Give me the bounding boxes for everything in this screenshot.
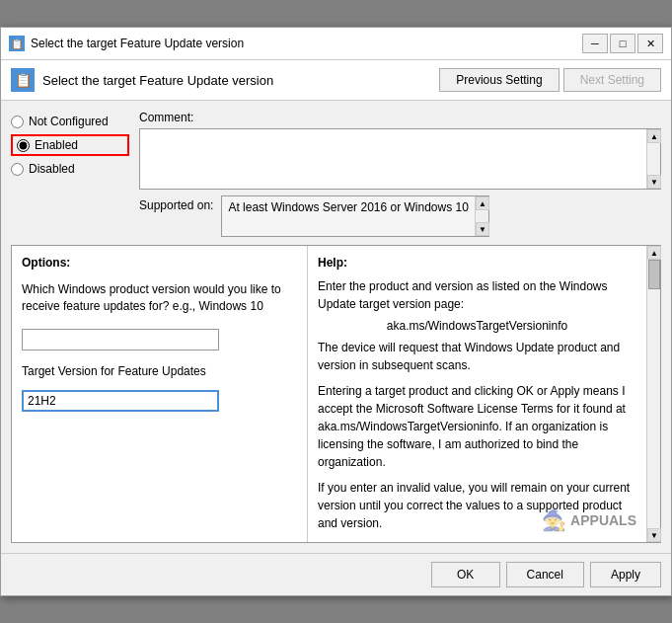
- disabled-input[interactable]: [11, 163, 24, 176]
- supported-value: At least Windows Server 2016 or Windows …: [222, 196, 474, 236]
- title-bar-controls: ─ □ ✕: [582, 34, 663, 53]
- next-setting-button[interactable]: Next Setting: [563, 68, 661, 92]
- maximize-button[interactable]: □: [610, 34, 635, 53]
- main-section: Options: Which Windows product version w…: [11, 245, 661, 543]
- header-left: 📋 Select the target Feature Update versi…: [11, 68, 273, 92]
- previous-setting-button[interactable]: Previous Setting: [439, 68, 559, 92]
- close-button[interactable]: ✕: [637, 34, 663, 53]
- watermark: 🧙 APPUALS: [542, 508, 636, 532]
- header-title: Select the target Feature Update version: [42, 73, 273, 88]
- help-scrollbar: ▲ ▼: [646, 246, 660, 542]
- options-panel: Options: Which Windows product version w…: [12, 246, 308, 542]
- minimize-button[interactable]: ─: [582, 34, 608, 53]
- help-scroll-thumb: [648, 260, 660, 289]
- help-title: Help:: [318, 256, 636, 270]
- comment-area: Comment: ▲ ▼: [139, 111, 661, 190]
- not-configured-radio[interactable]: Not Configured: [11, 115, 129, 128]
- bottom-bar: OK Cancel Apply: [1, 553, 671, 595]
- content: Not Configured Enabled Disabled Comment:: [1, 101, 671, 553]
- options-title: Options:: [22, 256, 297, 270]
- ok-button[interactable]: OK: [431, 562, 500, 587]
- help-paragraph3: Entering a target product and clicking O…: [318, 382, 636, 471]
- supported-row: Supported on: At least Windows Server 20…: [139, 195, 661, 237]
- help-scroll-down[interactable]: ▼: [647, 528, 661, 542]
- not-configured-label: Not Configured: [29, 115, 109, 128]
- watermark-icon: 🧙: [542, 508, 566, 532]
- enabled-input[interactable]: [17, 139, 30, 152]
- supported-wrapper: At least Windows Server 2016 or Windows …: [221, 195, 488, 237]
- supported-scrollbar: ▲ ▼: [475, 196, 488, 236]
- help-paragraph2: The device will request that Windows Upd…: [318, 339, 636, 374]
- product-version-input[interactable]: [22, 329, 219, 350]
- dialog: 📋 Select the target Feature Update versi…: [0, 27, 672, 596]
- options-description: Which Windows product version would you …: [22, 281, 297, 315]
- comment-scrollbar: ▲ ▼: [646, 129, 660, 189]
- radio-section: Not Configured Enabled Disabled: [11, 111, 129, 237]
- supported-scroll-track: [476, 210, 488, 222]
- title-bar: 📋 Select the target Feature Update versi…: [1, 28, 671, 60]
- top-section: Not Configured Enabled Disabled Comment:: [11, 111, 661, 237]
- enabled-box: Enabled: [11, 134, 129, 156]
- options-sublabel: Target Version for Feature Updates: [22, 364, 297, 378]
- enabled-radio[interactable]: Enabled: [17, 138, 78, 152]
- not-configured-input[interactable]: [11, 116, 24, 128]
- help-paragraph1: Enter the product and version as listed …: [318, 277, 636, 313]
- help-scroll-up[interactable]: ▲: [647, 246, 661, 260]
- header: 📋 Select the target Feature Update versi…: [1, 60, 671, 101]
- comment-textarea[interactable]: [140, 129, 646, 189]
- watermark-text: APPUALS: [570, 512, 636, 528]
- target-version-input[interactable]: [22, 390, 219, 412]
- title-bar-icon: 📋: [9, 36, 25, 51]
- header-icon: 📋: [11, 68, 35, 92]
- scroll-down-arrow[interactable]: ▼: [647, 175, 661, 189]
- enabled-label: Enabled: [35, 138, 78, 152]
- scroll-up-arrow[interactable]: ▲: [647, 129, 661, 143]
- comment-label: Comment:: [139, 111, 661, 124]
- supported-scroll-up[interactable]: ▲: [476, 196, 489, 210]
- scroll-track: [647, 143, 660, 175]
- right-section: Comment: ▲ ▼ Supported on: At least Wind…: [139, 111, 661, 237]
- comment-textarea-wrapper: ▲ ▼: [139, 128, 661, 190]
- help-link: aka.ms/WindowsTargetVersioninfo: [318, 319, 636, 333]
- supported-scroll-down[interactable]: ▼: [476, 222, 489, 236]
- help-scroll-track: [647, 260, 660, 528]
- help-panel: Help: Enter the product and version as l…: [308, 246, 646, 542]
- disabled-label: Disabled: [29, 162, 75, 176]
- header-buttons: Previous Setting Next Setting: [439, 68, 661, 92]
- cancel-button[interactable]: Cancel: [506, 562, 584, 587]
- disabled-radio[interactable]: Disabled: [11, 162, 129, 176]
- title-bar-text: Select the target Feature Update version: [31, 37, 576, 50]
- supported-label: Supported on:: [139, 195, 213, 212]
- apply-button[interactable]: Apply: [590, 562, 661, 587]
